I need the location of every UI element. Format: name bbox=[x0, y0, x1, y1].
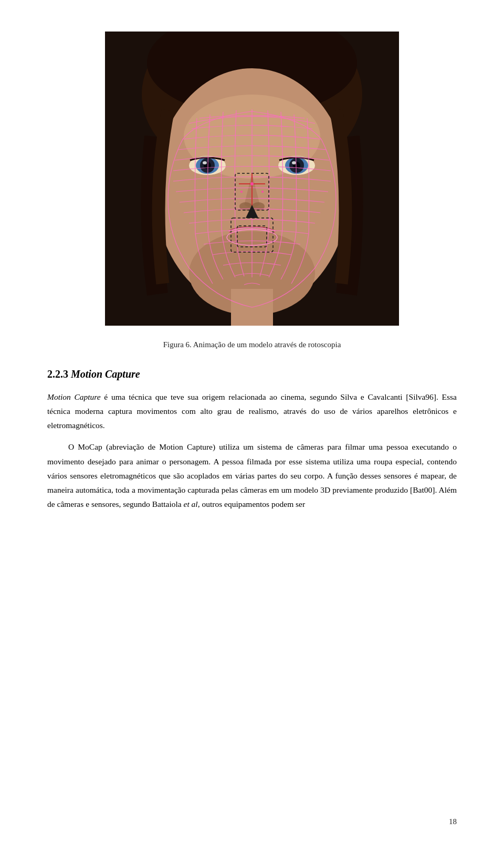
section-number: 2.2.3 bbox=[47, 368, 68, 380]
svg-point-26 bbox=[250, 182, 254, 185]
motion-capture-italic-1: Motion Capture bbox=[47, 392, 101, 401]
page: Figura 6. Animação de um modelo através … bbox=[0, 0, 504, 842]
paragraph-1: Motion Capture é uma técnica que teve su… bbox=[47, 390, 457, 432]
paragraph-2: O MoCap (abreviação de Motion Capture) u… bbox=[47, 440, 457, 511]
svg-point-27 bbox=[240, 191, 243, 193]
svg-point-10 bbox=[203, 161, 207, 164]
face-wireframe-svg bbox=[105, 32, 399, 326]
et-al-italic: et al bbox=[184, 500, 198, 508]
page-number: 18 bbox=[449, 817, 457, 826]
svg-point-15 bbox=[292, 161, 296, 164]
face-wireframe-image bbox=[105, 32, 399, 326]
svg-point-28 bbox=[261, 191, 264, 193]
section-heading: 2.2.3 Motion Capture bbox=[47, 368, 457, 380]
figure-container: Figura 6. Animação de um modelo através … bbox=[47, 32, 457, 349]
figure-caption: Figura 6. Animação de um modelo através … bbox=[163, 340, 341, 349]
section-title-italic: Motion Capture bbox=[71, 368, 140, 380]
